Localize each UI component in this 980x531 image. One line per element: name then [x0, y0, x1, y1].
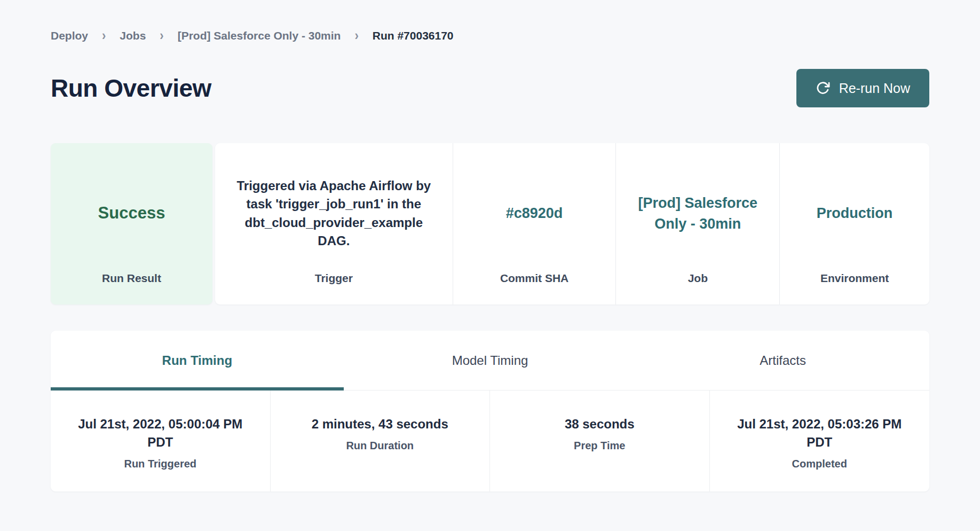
tab-artifacts[interactable]: Artifacts	[636, 331, 929, 390]
breadcrumb-run-number: Run #70036170	[373, 29, 454, 42]
run-triggered-label: Run Triggered	[124, 458, 196, 470]
trigger-value: Triggered via Apache Airflow by task 'tr…	[234, 177, 433, 249]
completed-label: Completed	[792, 458, 847, 470]
tab-model-timing[interactable]: Model Timing	[344, 331, 637, 390]
tab-run-timing[interactable]: Run Timing	[51, 331, 344, 390]
completed-value: Jul 21st, 2022, 05:03:26 PM PDT	[723, 415, 915, 451]
run-triggered-cell: Jul 21st, 2022, 05:00:04 PM PDT Run Trig…	[51, 391, 271, 491]
chevron-right-icon: ›	[354, 28, 358, 44]
commit-sha-cell: #c8920d Commit SHA	[453, 143, 617, 304]
breadcrumb-job-name[interactable]: [Prod] Salesforce Only - 30min	[178, 29, 341, 42]
job-cell: [Prod] Salesforce Only - 30min Job	[616, 143, 780, 304]
prep-time-label: Prep Time	[574, 440, 625, 452]
environment-link[interactable]: Production	[817, 203, 893, 223]
run-triggered-value: Jul 21st, 2022, 05:00:04 PM PDT	[64, 415, 256, 451]
prep-time-value: 38 seconds	[565, 415, 635, 433]
chevron-right-icon: ›	[160, 28, 163, 44]
environment-label: Environment	[780, 272, 929, 285]
trigger-label: Trigger	[215, 272, 453, 285]
trigger-cell: Triggered via Apache Airflow by task 'tr…	[215, 143, 453, 304]
commit-sha-link[interactable]: #c8920d	[506, 203, 563, 223]
prep-time-cell: 38 seconds Prep Time	[490, 391, 710, 491]
completed-cell: Jul 21st, 2022, 05:03:26 PM PDT Complete…	[710, 391, 930, 491]
breadcrumb-deploy[interactable]: Deploy	[51, 29, 88, 42]
run-result-card: Success Run Result	[51, 143, 212, 304]
page-header: Run Overview Re-run Now	[51, 68, 929, 108]
run-summary-cards: Success Run Result Triggered via Apache …	[51, 143, 929, 304]
run-overview-page: Deploy › Jobs › [Prod] Salesforce Only -…	[51, 0, 929, 491]
refresh-icon	[816, 81, 831, 96]
run-timing-cards: Jul 21st, 2022, 05:00:04 PM PDT Run Trig…	[51, 391, 929, 491]
page-title: Run Overview	[51, 74, 211, 103]
run-result-value: Success	[98, 201, 165, 225]
rerun-now-label: Re-run Now	[839, 81, 910, 96]
run-duration-value: 2 minutes, 43 seconds	[312, 415, 448, 433]
run-detail-panel: Run Timing Model Timing Artifacts Jul 21…	[51, 331, 929, 491]
breadcrumb: Deploy › Jobs › [Prod] Salesforce Only -…	[51, 29, 929, 43]
run-duration-label: Run Duration	[346, 440, 414, 452]
job-link[interactable]: [Prod] Salesforce Only - 30min	[638, 193, 758, 234]
tab-bar: Run Timing Model Timing Artifacts	[51, 331, 929, 391]
breadcrumb-jobs[interactable]: Jobs	[120, 29, 146, 42]
run-details-card: Triggered via Apache Airflow by task 'tr…	[215, 143, 929, 304]
job-label: Job	[616, 272, 779, 285]
chevron-right-icon: ›	[102, 28, 106, 44]
rerun-now-button[interactable]: Re-run Now	[796, 69, 929, 107]
commit-sha-label: Commit SHA	[453, 272, 616, 285]
run-duration-cell: 2 minutes, 43 seconds Run Duration	[271, 391, 491, 491]
environment-cell: Production Environment	[780, 143, 929, 304]
run-result-label: Run Result	[51, 272, 212, 285]
